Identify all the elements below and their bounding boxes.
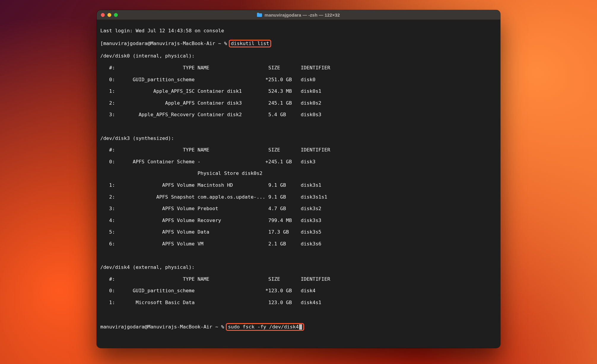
disk4-header: /dev/disk4 (external, physical): bbox=[100, 264, 497, 270]
prompt-line-1: [manuvirajgodara@Manuvirajs-MacBook-Air … bbox=[100, 40, 497, 47]
last-login-line: Last login: Wed Jul 12 14:43:58 on conso… bbox=[100, 28, 497, 34]
table-row: 1: APFS Volume Macintosh HD 9.1 GB disk3… bbox=[100, 182, 497, 188]
disk3-header: /dev/disk3 (synthesized): bbox=[100, 135, 497, 141]
prompt-2-prefix: manuvirajgodara@Manuvirajs-MacBook-Air ~… bbox=[100, 324, 227, 330]
minimize-icon[interactable] bbox=[107, 13, 111, 17]
disk3-columns: #: TYPE NAME SIZE IDENTIFIER bbox=[100, 147, 497, 153]
highlight-fsck: sudo fsck -fy /dev/disk4 bbox=[226, 323, 304, 331]
table-row: 2: APFS Snapshot com.apple.os.update-...… bbox=[100, 194, 497, 200]
folder-icon bbox=[257, 13, 262, 17]
window-title: manuvirajgodara — -zsh — 122×32 bbox=[97, 12, 500, 17]
table-row: 3: APFS Volume Preboot 4.7 GB disk3s2 bbox=[100, 206, 497, 212]
table-row: 0: APFS Container Scheme - +245.1 GB dis… bbox=[100, 159, 497, 165]
disk0-columns: #: TYPE NAME SIZE IDENTIFIER bbox=[100, 65, 497, 71]
zoom-icon[interactable] bbox=[114, 13, 118, 17]
table-row: 3: Apple_APFS_Recovery Container disk2 5… bbox=[100, 112, 497, 118]
prompt-line-2: manuvirajgodara@Manuvirajs-MacBook-Air ~… bbox=[100, 323, 497, 331]
disk0-header: /dev/disk0 (internal, physical): bbox=[100, 53, 497, 59]
table-row: 2: Apple_APFS Container disk3 245.1 GB d… bbox=[100, 100, 497, 106]
table-row: 0: GUID_partition_scheme *251.0 GB disk0 bbox=[100, 77, 497, 83]
table-row: 6: APFS Volume VM 2.1 GB disk3s6 bbox=[100, 241, 497, 247]
titlebar: manuvirajgodara — -zsh — 122×32 bbox=[97, 10, 500, 20]
table-row: 0: GUID_partition_scheme *123.0 GB disk4 bbox=[100, 288, 497, 294]
blank-line bbox=[100, 124, 497, 130]
table-row: 1: Microsoft Basic Data 123.0 GB disk4s1 bbox=[100, 300, 497, 306]
table-row: 4: APFS Volume Recovery 799.4 MB disk3s3 bbox=[100, 218, 497, 223]
prompt-1-prefix: [manuvirajgodara@Manuvirajs-MacBook-Air … bbox=[100, 41, 230, 46]
window-title-text: manuvirajgodara — -zsh — 122×32 bbox=[264, 12, 340, 17]
table-row: Physical Store disk0s2 bbox=[100, 170, 497, 176]
prompt-2-command: sudo fsck -fy /dev/disk4 bbox=[228, 324, 298, 330]
terminal-window: manuvirajgodara — -zsh — 122×32 Last log… bbox=[97, 10, 500, 348]
traffic-lights bbox=[101, 13, 118, 17]
prompt-1-command: diskutil list bbox=[231, 41, 269, 46]
table-row: 1: Apple_APFS_ISC Container disk1 524.3 … bbox=[100, 88, 497, 94]
highlight-diskutil: diskutil list bbox=[229, 40, 271, 47]
disk4-columns: #: TYPE NAME SIZE IDENTIFIER bbox=[100, 276, 497, 282]
close-icon[interactable] bbox=[101, 13, 105, 17]
terminal-body[interactable]: Last login: Wed Jul 12 14:43:58 on conso… bbox=[97, 20, 500, 348]
blank-line bbox=[100, 312, 497, 317]
cursor-icon bbox=[299, 324, 302, 330]
blank-line bbox=[100, 253, 497, 259]
table-row: 5: APFS Volume Data 17.3 GB disk3s5 bbox=[100, 229, 497, 235]
